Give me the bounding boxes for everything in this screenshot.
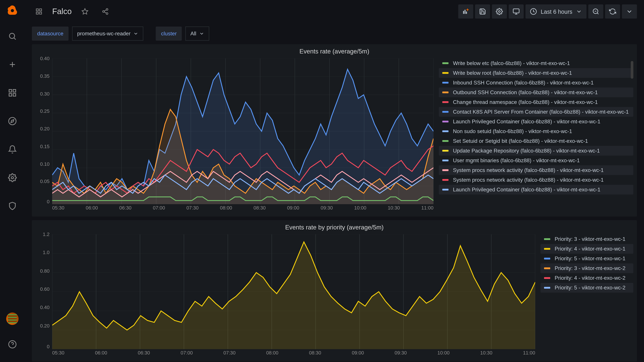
legend-label: Update Package Repository (falco-6bz88) …	[453, 148, 600, 154]
svg-rect-23	[513, 9, 519, 13]
grafana-logo[interactable]	[6, 4, 18, 17]
panel-title: Events rate (average/5m)	[32, 44, 637, 57]
legend-item[interactable]: System procs network activity (falco-6bz…	[439, 165, 633, 175]
legend-label: Write below etc (falco-6bz88) - viktor-m…	[453, 60, 570, 66]
svg-rect-5	[13, 93, 16, 96]
legend-item[interactable]: Contact K8S API Server From Container (f…	[439, 107, 633, 117]
legend-swatch	[442, 111, 448, 113]
chart-events-rate[interactable]: 0.400.350.300.250.200.150.100.050 05:300…	[36, 58, 434, 213]
variables-row: datasource prometheus-wc-reader cluster …	[25, 23, 644, 44]
svg-rect-21	[466, 9, 469, 10]
svg-rect-3	[13, 89, 16, 92]
legend-swatch	[544, 258, 550, 260]
legend-label: Contact K8S API Server From Container (f…	[453, 109, 629, 115]
legend-label: Write below root (falco-6bz88) - viktor-…	[453, 70, 572, 76]
svg-point-0	[11, 9, 14, 12]
zoom-out-button[interactable]	[588, 4, 604, 18]
time-range-label: Last 6 hours	[541, 8, 572, 15]
svg-rect-11	[36, 12, 38, 14]
svg-point-14	[106, 8, 108, 10]
legend-label: Priority: 4 - viktor-mt-exo-wc-1	[554, 246, 626, 252]
legend-item[interactable]: User mgmt binaries (falco-6bz88) - vikto…	[439, 156, 633, 165]
settings-button[interactable]	[492, 4, 507, 18]
svg-rect-19	[466, 11, 467, 14]
time-range-picker[interactable]: Last 6 hours	[526, 4, 586, 18]
svg-rect-4	[9, 93, 12, 96]
legend-item[interactable]: Change thread namespace (falco-6bz88) - …	[439, 97, 633, 107]
var-cluster: cluster	[156, 26, 182, 40]
legend-events-rate: Write below etc (falco-6bz88) - viktor-m…	[439, 58, 633, 213]
add-panel-button[interactable]	[458, 4, 474, 18]
svg-marker-13	[82, 8, 88, 14]
chevron-down-icon	[199, 31, 204, 36]
plus-icon[interactable]	[4, 56, 21, 73]
chart-events-by-priority[interactable]: 1.21.00.800.600.400.200 05:3006:0006:300…	[36, 234, 535, 358]
legend-label: User mgmt binaries (falco-6bz88) - vikto…	[453, 157, 580, 164]
chevron-down-icon	[576, 8, 582, 14]
legend-label: Priority: 3 - viktor-mt-exo-wc-2	[554, 265, 626, 271]
monitor-button[interactable]	[509, 4, 524, 18]
topbar: Falco Last 6 hours	[25, 0, 644, 23]
shield-icon[interactable]	[4, 197, 21, 215]
svg-rect-12	[40, 12, 42, 14]
legend-label: Launch Privileged Container (falco-6bz88…	[453, 118, 600, 125]
svg-rect-2	[9, 89, 12, 92]
legend-swatch	[442, 62, 448, 64]
svg-point-6	[9, 117, 16, 125]
scrollbar[interactable]	[631, 61, 634, 79]
svg-rect-9	[36, 9, 38, 11]
configuration-icon[interactable]	[4, 169, 21, 186]
refresh-button[interactable]	[605, 4, 620, 18]
var-cluster-value[interactable]: All	[186, 26, 209, 40]
legend-label: Priority: 4 - viktor-mt-exo-wc-2	[554, 275, 626, 281]
legend-item[interactable]: Write below root (falco-6bz88) - viktor-…	[439, 68, 633, 78]
sidebar	[0, 0, 25, 362]
save-button[interactable]	[475, 4, 490, 18]
panel-events-by-priority: Events rate by priority (average/5m) 1.2…	[32, 220, 637, 362]
help-icon[interactable]	[4, 336, 21, 353]
svg-point-1	[10, 33, 14, 38]
legend-item[interactable]: Priority: 4 - viktor-mt-exo-wc-2	[540, 273, 634, 283]
legend-item[interactable]: Launch Privileged Container (falco-6bz88…	[439, 185, 633, 194]
share-icon[interactable]	[98, 4, 112, 18]
svg-point-7	[11, 177, 14, 179]
legend-item[interactable]: Priority: 5 - viktor-mt-exo-wc-2	[540, 283, 634, 293]
alerting-icon[interactable]	[4, 141, 21, 158]
legend-item[interactable]: Outbound SSH Connection (falco-6bz88) - …	[439, 87, 633, 97]
legend-item[interactable]: Non sudo setuid (falco-6bz88) - viktor-m…	[439, 126, 633, 136]
legend-swatch	[544, 287, 550, 289]
legend-swatch	[442, 72, 448, 74]
dashboards-nav-icon[interactable]	[32, 4, 46, 18]
var-datasource: datasource	[32, 26, 69, 40]
svg-rect-18	[465, 10, 466, 14]
var-datasource-value[interactable]: prometheus-wc-reader	[72, 26, 144, 40]
dashboards-icon[interactable]	[4, 84, 21, 102]
legend-item[interactable]: Update Package Repository (falco-6bz88) …	[439, 146, 633, 156]
legend-item[interactable]: Priority: 5 - viktor-mt-exo-wc-1	[540, 254, 634, 264]
refresh-interval-button[interactable]	[622, 4, 637, 18]
legend-item[interactable]: Priority: 4 - viktor-mt-exo-wc-1	[540, 244, 634, 254]
svg-rect-10	[40, 9, 42, 11]
search-icon[interactable]	[4, 27, 21, 45]
explore-icon[interactable]	[4, 112, 21, 130]
legend-swatch	[442, 160, 448, 161]
legend-item[interactable]: Priority: 3 - viktor-mt-exo-wc-1	[540, 234, 634, 244]
legend-swatch	[544, 238, 550, 240]
avatar[interactable]	[6, 313, 18, 325]
legend-label: Outbound SSH Connection (falco-6bz88) - …	[453, 89, 598, 95]
legend-item[interactable]: Priority: 3 - viktor-mt-exo-wc-2	[540, 264, 634, 273]
legend-item[interactable]: Inbound SSH Connection (falco-6bz88) - v…	[439, 78, 633, 87]
legend-item[interactable]: Write below etc (falco-6bz88) - viktor-m…	[439, 58, 633, 68]
legend-item[interactable]: Launch Privileged Container (falco-6bz88…	[439, 117, 633, 126]
star-icon[interactable]	[78, 4, 92, 18]
page-title[interactable]: Falco	[52, 7, 72, 16]
svg-point-15	[103, 10, 104, 12]
legend-item[interactable]: Set Setuid or Setgid bit (falco-6bz88) -…	[439, 136, 633, 146]
legend-swatch	[442, 101, 448, 103]
legend-item[interactable]: System procs network activity (falco-6bz…	[439, 175, 633, 185]
legend-swatch	[442, 82, 448, 84]
legend-label: System procs network activity (falco-6bz…	[453, 167, 604, 173]
legend-swatch	[442, 91, 448, 93]
legend-label: Non sudo setuid (falco-6bz88) - viktor-m…	[453, 128, 572, 134]
legend-label: Priority: 3 - viktor-mt-exo-wc-1	[554, 236, 626, 242]
